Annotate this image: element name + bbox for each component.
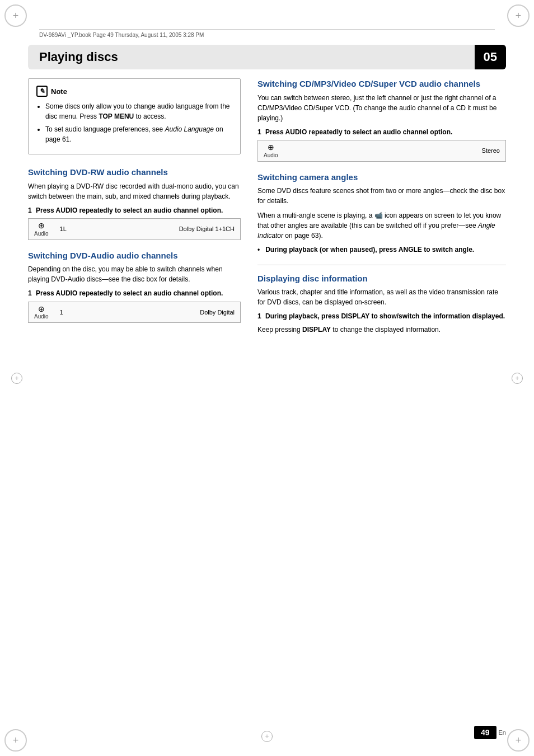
cd-mp3-body: You can switch between stereo, just the …	[257, 93, 506, 123]
reg-mark-bl	[4, 729, 27, 752]
right-column: Switching CD/MP3/Video CD/Super VCD audi…	[257, 78, 506, 711]
display-section: Displaying disc information Various trac…	[257, 273, 506, 335]
footer: 49 En	[28, 726, 506, 739]
main-content: ✎ Note Some discs only allow you to chan…	[28, 78, 506, 711]
cd-mp3-section: Switching CD/MP3/Video CD/Super VCD audi…	[257, 78, 506, 162]
reg-mark-left-mid	[11, 373, 22, 384]
dvd-rw-audio-box: ⊕ Audio 1L Dolby Digital 1+1CH	[28, 218, 241, 240]
page-title: Playing discs	[39, 50, 118, 64]
left-column: ✎ Note Some discs only allow you to chan…	[28, 78, 241, 711]
display-body: Various track, chapter and title informa…	[257, 287, 506, 307]
dvd-audio-audio-box: ⊕ Audio 1 Dolby Digital	[28, 302, 241, 323]
display-title: Displaying disc information	[257, 273, 506, 284]
section-divider	[257, 265, 506, 265]
dvd-rw-body: When playing a DVD-RW disc recorded with…	[28, 181, 241, 201]
cd-mp3-audio-box: ⊕ Audio Stereo	[257, 140, 506, 161]
cd-mp3-step: 1 Press AUDIO repeatedly to select an au…	[257, 128, 506, 137]
note-item-1: Some discs only allow you to change audi…	[45, 101, 232, 121]
corner-tl	[0, 0, 34, 34]
note-item-2: To set audio language preferences, see A…	[45, 124, 232, 144]
note-icon: ✎	[36, 86, 48, 97]
chapter-number: 05	[475, 45, 506, 69]
title-area: Playing discs	[28, 50, 118, 64]
page-number: 49	[474, 726, 496, 739]
reg-mark-tl	[4, 4, 27, 27]
audio-icon-dvdaudio: ⊕ Audio	[34, 305, 49, 320]
camera-title: Switching camera angles	[257, 172, 506, 183]
camera-section: Switching camera angles Some DVD discs f…	[257, 172, 506, 255]
reg-mark-br	[507, 729, 530, 752]
camera-body2: When a multi-angle scene is playing, a 📹…	[257, 210, 506, 241]
dvd-audio-title: Switching DVD-Audio audio channels	[28, 250, 241, 261]
dvd-audio-format: Dolby Digital	[200, 309, 235, 316]
cd-mp3-title: Switching CD/MP3/Video CD/Super VCD audi…	[257, 78, 506, 90]
display-step: 1 During playback, press DISPLAY to show…	[257, 312, 506, 321]
reg-mark-right-mid	[512, 373, 523, 384]
note-label: Note	[51, 87, 67, 96]
dvd-rw-channel: 1L	[60, 226, 67, 232]
dvd-audio-channel: 1	[60, 309, 63, 316]
meta-text: DV-989AVi _YP.book Page 49 Thursday, Aug…	[39, 32, 204, 38]
audio-icon-dvdrw: ⊕ Audio	[34, 222, 49, 236]
camera-body1: Some DVD discs feature scenes shot from …	[257, 186, 506, 206]
audio-icon-cdmp3: ⊕ Audio	[264, 143, 278, 158]
meta-bar: DV-989AVi _YP.book Page 49 Thursday, Aug…	[39, 29, 495, 38]
page-lang: En	[499, 729, 506, 736]
note-header: ✎ Note	[36, 86, 232, 97]
note-list: Some discs only allow you to change audi…	[36, 101, 232, 144]
corner-tr	[500, 0, 534, 34]
cd-mp3-format: Stereo	[482, 147, 500, 154]
dvd-rw-section: Switching DVD-RW audio channels When pla…	[28, 167, 241, 240]
header-bar: Playing discs 05	[28, 45, 506, 69]
dvd-audio-section: Switching DVD-Audio audio channels Depen…	[28, 250, 241, 323]
camera-step: • During playback (or when paused), pres…	[257, 245, 506, 255]
dvd-rw-title: Switching DVD-RW audio channels	[28, 167, 241, 178]
note-box: ✎ Note Some discs only allow you to chan…	[28, 78, 241, 154]
dvd-audio-step: 1 Press AUDIO repeatedly to select an au…	[28, 289, 241, 298]
reg-mark-tr	[507, 4, 530, 27]
display-body2: Keep pressing DISPLAY to change the disp…	[257, 325, 506, 335]
dvd-audio-body: Depending on the disc, you may be able t…	[28, 264, 241, 284]
dvd-rw-format: Dolby Digital 1+1CH	[179, 226, 235, 232]
dvd-rw-step: 1 Press AUDIO repeatedly to select an au…	[28, 206, 241, 215]
